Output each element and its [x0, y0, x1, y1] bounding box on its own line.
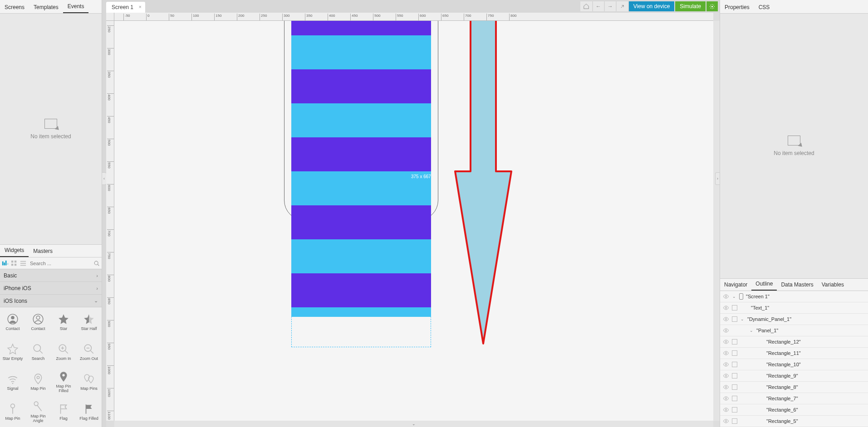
outline-item-screen[interactable]: ⌄ "Screen 1" — [720, 291, 868, 302]
home-button[interactable] — [580, 1, 592, 11]
visibility-icon[interactable] — [723, 418, 729, 424]
tab-variables[interactable]: Variables — [818, 279, 848, 291]
lock-toggle[interactable] — [732, 396, 737, 401]
visibility-icon[interactable] — [723, 350, 729, 356]
outline-item-rect-8[interactable]: "Rectangle_8" — [720, 382, 868, 393]
outline-item-rect-9[interactable]: "Rectangle_9" — [720, 370, 868, 382]
visibility-icon[interactable] — [723, 327, 729, 334]
lock-toggle[interactable] — [732, 362, 737, 367]
visibility-icon[interactable] — [723, 373, 729, 379]
widget-map-pin-filled[interactable]: Map Pin Filled — [51, 367, 76, 397]
view-on-device-button[interactable]: View on device — [629, 1, 675, 11]
rectangle[interactable] — [291, 137, 431, 171]
tab-screen-1[interactable]: Screen 1 × — [106, 2, 145, 13]
widget-zoom-out[interactable]: Zoom Out — [76, 337, 102, 367]
tab-widgets[interactable]: Widgets — [0, 244, 29, 257]
lock-toggle[interactable] — [732, 384, 737, 390]
widget-zoom-in[interactable]: Zoom In — [51, 337, 76, 367]
outline-item-rect-10[interactable]: "Rectangle_10" — [720, 359, 868, 370]
canvas[interactable]: -500501001502002503003504004505005506006… — [106, 13, 720, 427]
tab-css[interactable]: CSS — [754, 1, 775, 13]
tab-screens[interactable]: Screens — [0, 1, 29, 13]
widget-search[interactable]: Search — [25, 337, 51, 367]
visibility-icon[interactable] — [723, 407, 729, 413]
outline-item-text[interactable]: "Text_1" — [720, 302, 868, 314]
rectangle[interactable] — [291, 69, 431, 103]
outline-item-rect-5[interactable]: "Rectangle_5" — [720, 416, 868, 427]
rectangle[interactable] — [291, 205, 431, 239]
widget-map-pin[interactable]: Map Pin — [25, 367, 51, 397]
lock-toggle[interactable] — [732, 339, 737, 345]
lock-toggle[interactable] — [732, 316, 737, 322]
outline-item-rect-6[interactable]: "Rectangle_6" — [720, 404, 868, 416]
widget-contact-2[interactable]: Contact — [25, 307, 51, 337]
rectangle[interactable] — [291, 273, 431, 307]
rectangle[interactable] — [291, 307, 431, 317]
view-grid-icon[interactable] — [11, 260, 17, 267]
widget-signal[interactable]: Signal — [0, 367, 25, 397]
widget-map-pin-angle[interactable]: Map Pin Angle — [25, 397, 51, 427]
visibility-icon[interactable] — [723, 361, 729, 368]
rectangle[interactable] — [291, 239, 431, 273]
outline-item-rect-12[interactable]: "Rectangle_12" — [720, 336, 868, 348]
chevron-down-icon[interactable]: ⌄ — [740, 317, 745, 321]
lock-toggle[interactable] — [732, 350, 737, 356]
tab-masters[interactable]: Masters — [29, 245, 57, 257]
search-icon[interactable] — [93, 260, 100, 267]
category-ios-icons[interactable]: iOS Icons ⌄ — [0, 295, 102, 307]
close-icon[interactable]: × — [139, 4, 142, 10]
chevron-down-icon[interactable]: ⌄ — [732, 294, 736, 299]
ruler-horizontal[interactable]: -500501001502002503003504004505005506006… — [114, 13, 713, 21]
visibility-icon[interactable] — [723, 293, 729, 300]
canvas-viewport[interactable]: 375 x 667 — [114, 21, 713, 421]
lock-toggle[interactable] — [732, 418, 737, 424]
tab-navigator[interactable]: Navigator — [720, 279, 751, 291]
view-large-icon[interactable]: + — [2, 260, 8, 267]
chevron-down-icon[interactable]: ⌄ — [749, 328, 754, 333]
tab-events[interactable]: Events — [63, 0, 89, 13]
visibility-icon[interactable] — [723, 339, 729, 345]
canvas-scrollbar-h[interactable]: ⌄ — [114, 421, 713, 427]
visibility-icon[interactable] — [723, 305, 729, 311]
widget-map-pin-thumb[interactable]: Map Pin — [0, 397, 25, 427]
outline-item-dynamic-panel[interactable]: ⌄ "Dynamic_Panel_1" — [720, 314, 868, 325]
outline-item-panel[interactable]: ⌄ "Panel_1" — [720, 325, 868, 336]
category-basic[interactable]: Basic › — [0, 269, 102, 282]
stripe-content[interactable] — [291, 21, 431, 317]
widget-flag-filled[interactable]: Flag Filled — [76, 397, 102, 427]
tab-templates[interactable]: Templates — [29, 1, 63, 13]
widget-star-empty[interactable]: Star Empty — [0, 337, 25, 367]
simulate-settings-button[interactable] — [706, 1, 718, 11]
widget-flag[interactable]: Flag — [51, 397, 76, 427]
visibility-icon[interactable] — [723, 395, 729, 402]
simulate-button[interactable]: Simulate — [675, 1, 706, 11]
widget-contact[interactable]: Contact — [0, 307, 25, 337]
expand-icon[interactable]: ⌄ — [412, 422, 416, 426]
widget-map-pins[interactable]: Map Pins — [76, 367, 102, 397]
rectangle[interactable] — [291, 35, 431, 69]
annotation-arrow-down[interactable] — [454, 21, 513, 345]
canvas-scrollbar-v[interactable] — [713, 21, 720, 421]
category-iphone-ios[interactable]: iPhone iOS › — [0, 282, 102, 295]
widget-search-input[interactable] — [29, 260, 91, 267]
ruler-vertical[interactable]: 2503003504004505005506006507007508008509… — [106, 21, 114, 421]
widget-search[interactable] — [29, 260, 91, 267]
visibility-icon[interactable] — [723, 316, 729, 322]
rectangle[interactable] — [291, 21, 431, 35]
tab-data-masters[interactable]: Data Masters — [777, 279, 817, 291]
outline-item-rect-11[interactable]: "Rectangle_11" — [720, 348, 868, 359]
tab-properties[interactable]: Properties — [720, 1, 754, 13]
widget-star-half[interactable]: Star Half — [76, 307, 102, 337]
forward-button[interactable]: → — [605, 1, 616, 11]
lock-toggle[interactable] — [732, 373, 737, 378]
view-list-icon[interactable] — [20, 260, 26, 267]
back-button[interactable]: ← — [593, 1, 604, 11]
right-panel-collapse[interactable]: › — [715, 172, 720, 185]
popout-button[interactable] — [617, 1, 628, 11]
widget-star[interactable]: Star — [51, 307, 76, 337]
rectangle[interactable] — [291, 171, 431, 205]
rectangle[interactable] — [291, 103, 431, 137]
lock-toggle[interactable] — [732, 407, 737, 412]
visibility-icon[interactable] — [723, 384, 729, 390]
lock-toggle[interactable] — [732, 305, 737, 311]
